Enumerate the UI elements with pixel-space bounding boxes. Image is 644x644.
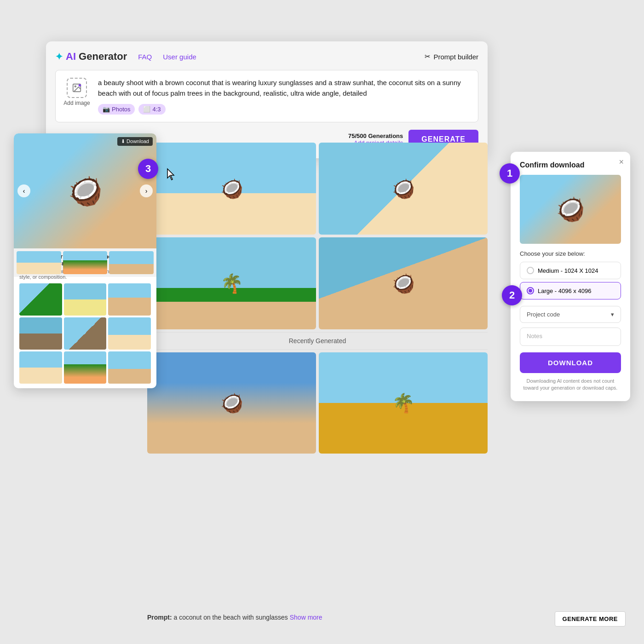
badge-3: 3 <box>138 159 158 179</box>
nav-faq[interactable]: FAQ <box>138 53 152 61</box>
chevron-down-icon: ▾ <box>611 311 614 318</box>
similar-image-3[interactable] <box>108 283 151 316</box>
prompt-box: Add image a beauty shoot with a brown co… <box>55 70 478 122</box>
ratio-tag[interactable]: ⬜ 4:3 <box>138 104 165 115</box>
similar-grid <box>19 283 151 384</box>
logo-text: AI Generator <box>66 51 127 63</box>
next-arrow[interactable]: › <box>140 184 153 197</box>
image-grid: 🥥 🥥 🌴 🥥 Recently Generated 🥥 🌴 <box>147 143 488 454</box>
header-row: ✦ AI Generator FAQ User guide ✂ Prompt b… <box>55 51 478 63</box>
generate-more-button[interactable]: GENERATE MORE <box>555 611 626 627</box>
similar-image-4[interactable] <box>19 317 62 350</box>
grid-image-3[interactable]: 🌴 <box>147 237 316 329</box>
grid-bottom: 🥥 🌴 <box>147 352 488 454</box>
download-note: Downloading AI content does not count to… <box>520 378 621 392</box>
add-image-icon <box>67 78 87 98</box>
grid-image-5[interactable]: 🥥 <box>147 352 316 454</box>
radio-medium <box>527 267 534 274</box>
gen-count-text: 75/500 Generations <box>348 132 403 139</box>
thumbnail-1[interactable] <box>17 251 61 274</box>
prompt-builder-button[interactable]: ✂ Prompt builder <box>425 52 478 61</box>
prompt-content: a beauty shoot with a brown coconut that… <box>98 78 471 115</box>
download-overlay-badge: ⬇ Download <box>117 137 153 146</box>
camera-icon: 📷 <box>103 106 110 113</box>
project-code-dropdown[interactable]: Project code ▾ <box>520 306 621 323</box>
svg-point-1 <box>75 86 76 87</box>
size-options: Medium - 1024 X 1024 Large - 4096 x 4096 <box>520 262 621 299</box>
similar-image-8[interactable] <box>64 351 107 384</box>
size-large-option[interactable]: Large - 4096 x 4096 <box>520 282 621 299</box>
grid-image-2[interactable]: 🥥 <box>319 143 488 235</box>
size-medium-label: Medium - 1024 X 1024 <box>538 267 598 274</box>
preview-image: 🥥 <box>520 175 621 244</box>
grid-image-6[interactable]: 🌴 <box>319 352 488 454</box>
add-image-label: Add image <box>63 100 90 106</box>
similar-image-9[interactable] <box>108 351 151 384</box>
wrench-icon: ✂ <box>425 52 431 61</box>
prompt-bottom-text: a coconut on the beach with sunglasses <box>174 614 288 621</box>
confirm-download-title: Confirm download <box>520 161 621 169</box>
download-button[interactable]: DOWNLOAD <box>520 352 621 373</box>
grid-image-4[interactable]: 🥥 <box>319 237 488 329</box>
nav-user-guide[interactable]: User guide <box>163 53 196 61</box>
photos-tag[interactable]: 📷 Photos <box>98 104 135 115</box>
similar-image-6[interactable] <box>108 317 151 350</box>
add-image-button[interactable]: Add image <box>63 78 91 106</box>
project-code-label: Project code <box>527 311 560 318</box>
thumbnail-3[interactable] <box>109 251 154 274</box>
close-button[interactable]: × <box>619 157 624 167</box>
download-panel: × Confirm download 🥥 Choose your size be… <box>511 152 630 401</box>
similar-content-panel: 🥥 ‹ › ⬇ Download View all > Visually sim… <box>14 133 156 388</box>
prev-arrow[interactable]: ‹ <box>17 184 30 197</box>
thumbnail-2[interactable] <box>63 251 108 274</box>
recently-generated-label: Recently Generated <box>147 332 488 350</box>
badge-2: 2 <box>502 285 522 305</box>
hero-image: 🥥 ‹ › ⬇ Download <box>14 133 156 248</box>
radio-large-inner <box>529 289 532 293</box>
size-medium-option[interactable]: Medium - 1024 X 1024 <box>520 262 621 279</box>
prompt-label: Prompt: <box>147 614 172 621</box>
radio-large <box>527 287 534 294</box>
similar-image-2[interactable] <box>64 283 107 316</box>
show-more-link[interactable]: Show more <box>290 614 322 621</box>
logo: ✦ AI Generator <box>55 51 127 63</box>
similar-image-1[interactable] <box>19 283 62 316</box>
similar-image-5[interactable] <box>64 317 107 350</box>
size-label: Choose your size below: <box>520 250 621 257</box>
notes-input[interactable]: Notes <box>520 328 621 346</box>
badge-1: 1 <box>500 163 520 184</box>
prompt-text[interactable]: a beauty shoot with a brown coconut that… <box>98 78 471 98</box>
logo-icon: ✦ <box>55 51 63 62</box>
grid-image-1[interactable]: 🥥 <box>147 143 316 235</box>
size-large-label: Large - 4096 x 4096 <box>538 288 591 294</box>
tag-row: 📷 Photos ⬜ 4:3 <box>98 104 471 115</box>
thumbnail-strip <box>14 248 156 277</box>
bottom-prompt-bar: Prompt: a coconut on the beach with sung… <box>147 614 626 621</box>
ratio-icon: ⬜ <box>143 106 150 113</box>
grid-top: 🥥 🥥 🌴 🥥 <box>147 143 488 329</box>
similar-image-7[interactable] <box>19 351 62 384</box>
